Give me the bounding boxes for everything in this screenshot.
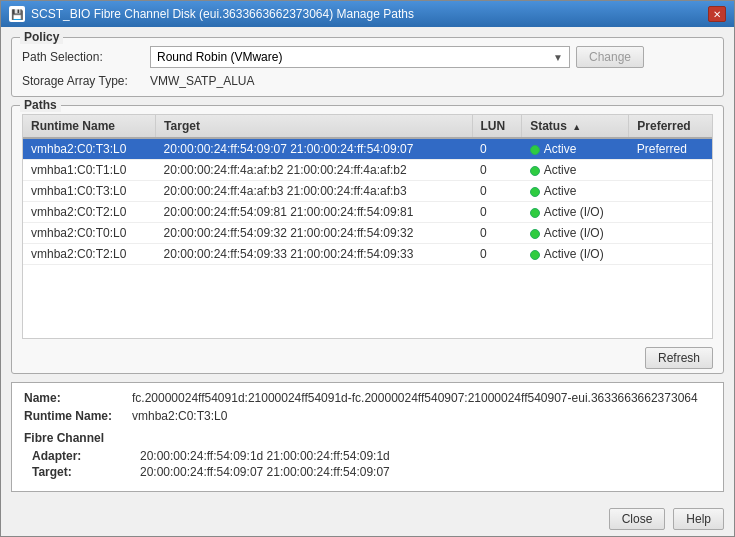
cell-runtime: vmhba1:C0:T3:L0 — [23, 181, 156, 202]
table-row[interactable]: vmhba2:C0:T0:L020:00:00:24:ff:54:09:32 2… — [23, 223, 712, 244]
cell-preferred — [629, 202, 712, 223]
table-row[interactable]: vmhba2:C0:T3:L020:00:00:24:ff:54:09:07 2… — [23, 138, 712, 160]
content-area: Policy Path Selection: Round Robin (VMwa… — [1, 27, 734, 502]
cell-status: Active (I/O) — [522, 244, 629, 265]
name-row: Name: fc.20000024ff54091d:21000024ff5409… — [24, 391, 711, 405]
cell-status: Active — [522, 138, 629, 160]
status-indicator-icon — [530, 208, 540, 218]
cell-preferred — [629, 181, 712, 202]
adapter-label: Adapter: — [32, 449, 132, 463]
cell-lun: 0 — [472, 160, 522, 181]
paths-group-title: Paths — [20, 98, 61, 112]
adapter-row: Adapter: 20:00:00:24:ff:54:09:1d 21:00:0… — [24, 449, 711, 463]
cell-preferred — [629, 223, 712, 244]
cell-lun: 0 — [472, 223, 522, 244]
cell-preferred — [629, 160, 712, 181]
cell-preferred — [629, 244, 712, 265]
storage-array-label: Storage Array Type: — [22, 74, 142, 88]
cell-target: 20:00:00:24:ff:54:09:81 21:00:00:24:ff:5… — [156, 202, 472, 223]
close-window-button[interactable]: ✕ — [708, 6, 726, 22]
name-value: fc.20000024ff54091d:21000024ff54091d-fc.… — [132, 391, 698, 405]
status-indicator-icon — [530, 166, 540, 176]
target-row: Target: 20:00:00:24:ff:54:09:07 21:00:00… — [24, 465, 711, 479]
cell-runtime: vmhba2:C0:T2:L0 — [23, 202, 156, 223]
runtime-name-label: Runtime Name: — [24, 409, 124, 423]
title-bar: 💾 SCST_BIO Fibre Channel Disk (eui.36336… — [1, 1, 734, 27]
change-button[interactable]: Change — [576, 46, 644, 68]
cell-runtime: vmhba2:C0:T0:L0 — [23, 223, 156, 244]
table-header-row: Runtime Name Target LUN Status ▲ Preferr… — [23, 115, 712, 138]
help-button[interactable]: Help — [673, 508, 724, 530]
footer-bar: Close Help — [1, 502, 734, 536]
col-status[interactable]: Status ▲ — [522, 115, 629, 138]
cell-lun: 0 — [472, 138, 522, 160]
table-row[interactable]: vmhba1:C0:T1:L020:00:00:24:ff:4a:af:b2 2… — [23, 160, 712, 181]
dropdown-container: Round Robin (VMware) ▼ Change — [150, 46, 644, 68]
close-button[interactable]: Close — [609, 508, 666, 530]
cell-runtime: vmhba1:C0:T1:L0 — [23, 160, 156, 181]
col-preferred[interactable]: Preferred — [629, 115, 712, 138]
path-selection-dropdown[interactable]: Round Robin (VMware) ▼ — [150, 46, 570, 68]
adapter-value: 20:00:00:24:ff:54:09:1d 21:00:00:24:ff:5… — [140, 449, 390, 463]
name-label: Name: — [24, 391, 124, 405]
col-lun[interactable]: LUN — [472, 115, 522, 138]
window-title: SCST_BIO Fibre Channel Disk (eui.3633663… — [31, 7, 414, 21]
main-window: 💾 SCST_BIO Fibre Channel Disk (eui.36336… — [0, 0, 735, 537]
chevron-down-icon: ▼ — [553, 52, 563, 63]
target-label: Target: — [32, 465, 132, 479]
status-indicator-icon — [530, 250, 540, 260]
title-bar-left: 💾 SCST_BIO Fibre Channel Disk (eui.36336… — [9, 6, 414, 22]
paths-table: Runtime Name Target LUN Status ▲ Preferr… — [23, 115, 712, 265]
status-indicator-icon — [530, 187, 540, 197]
info-box: Name: fc.20000024ff54091d:21000024ff5409… — [11, 382, 724, 492]
window-icon: 💾 — [9, 6, 25, 22]
cell-status: Active (I/O) — [522, 223, 629, 244]
fibre-channel-section: Fibre Channel Adapter: 20:00:00:24:ff:54… — [24, 431, 711, 479]
cell-preferred: Preferred — [629, 138, 712, 160]
refresh-button[interactable]: Refresh — [645, 347, 713, 369]
cell-status: Active — [522, 181, 629, 202]
path-selection-value: Round Robin (VMware) — [157, 50, 282, 64]
storage-array-row: Storage Array Type: VMW_SATP_ALUA — [22, 74, 713, 88]
cell-target: 20:00:00:24:ff:54:09:33 21:00:00:24:ff:5… — [156, 244, 472, 265]
cell-runtime: vmhba2:C0:T2:L0 — [23, 244, 156, 265]
cell-target: 20:00:00:24:ff:4a:af:b3 21:00:00:24:ff:4… — [156, 181, 472, 202]
status-indicator-icon — [530, 229, 540, 239]
status-indicator-icon — [530, 145, 540, 155]
cell-status: Active — [522, 160, 629, 181]
target-value: 20:00:00:24:ff:54:09:07 21:00:00:24:ff:5… — [140, 465, 390, 479]
cell-lun: 0 — [472, 244, 522, 265]
cell-target: 20:00:00:24:ff:54:09:07 21:00:00:24:ff:5… — [156, 138, 472, 160]
paths-group: Paths Runtime Name Target LUN Status ▲ P… — [11, 105, 724, 374]
cell-lun: 0 — [472, 181, 522, 202]
storage-array-value: VMW_SATP_ALUA — [150, 74, 254, 88]
table-row[interactable]: vmhba1:C0:T3:L020:00:00:24:ff:4a:af:b3 2… — [23, 181, 712, 202]
fibre-channel-title: Fibre Channel — [24, 431, 711, 445]
path-selection-label: Path Selection: — [22, 50, 142, 64]
policy-group-title: Policy — [20, 30, 63, 44]
col-runtime-name[interactable]: Runtime Name — [23, 115, 156, 138]
cell-runtime: vmhba2:C0:T3:L0 — [23, 138, 156, 160]
path-selection-row: Path Selection: Round Robin (VMware) ▼ C… — [22, 46, 713, 68]
col-target[interactable]: Target — [156, 115, 472, 138]
cell-lun: 0 — [472, 202, 522, 223]
cell-target: 20:00:00:24:ff:4a:af:b2 21:00:00:24:ff:4… — [156, 160, 472, 181]
sort-icon: ▲ — [572, 122, 581, 132]
title-controls: ✕ — [708, 6, 726, 22]
runtime-name-value: vmhba2:C0:T3:L0 — [132, 409, 227, 423]
runtime-name-row: Runtime Name: vmhba2:C0:T3:L0 — [24, 409, 711, 423]
policy-group: Policy Path Selection: Round Robin (VMwa… — [11, 37, 724, 97]
table-row[interactable]: vmhba2:C0:T2:L020:00:00:24:ff:54:09:81 2… — [23, 202, 712, 223]
cell-status: Active (I/O) — [522, 202, 629, 223]
table-row[interactable]: vmhba2:C0:T2:L020:00:00:24:ff:54:09:33 2… — [23, 244, 712, 265]
cell-target: 20:00:00:24:ff:54:09:32 21:00:00:24:ff:5… — [156, 223, 472, 244]
paths-bottom: Refresh — [22, 347, 713, 369]
paths-table-container: Runtime Name Target LUN Status ▲ Preferr… — [22, 114, 713, 339]
